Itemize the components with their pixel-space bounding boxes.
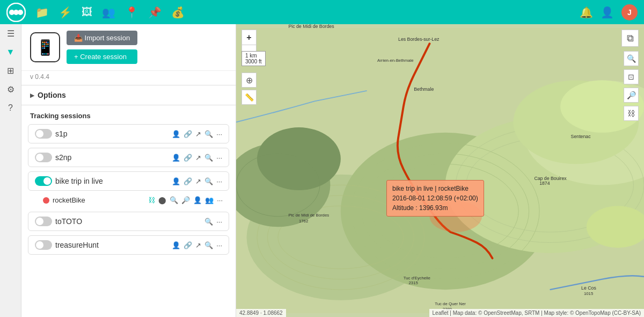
- top-navigation: 📁 ⚡ 🖼 👥 📍 📌 💰 🔔 👤 J: [0, 0, 644, 24]
- sidebar-menu-icon[interactable]: ☰: [7, 28, 14, 39]
- map-scale: 1 km 3000 ft: [241, 51, 266, 66]
- main-area: ☰ ▼ ⊞ ⚙ ? 📱 📥 Import session + Create se…: [0, 24, 644, 317]
- rocketbike-zoom-icon[interactable]: 🔍: [170, 196, 178, 204]
- rocketbike-more-icon[interactable]: ···: [217, 196, 223, 204]
- session-row: s2np 👤 🔗 ↗ 🔍 ···: [28, 148, 229, 167]
- session-name-bike-trip: bike trip in live: [55, 177, 169, 185]
- rocketbike-network-icon[interactable]: ⛓: [148, 196, 155, 204]
- sidebar-filter-icon[interactable]: ▼: [6, 47, 15, 57]
- nav-right-section: 🔔 👤 J: [580, 4, 638, 20]
- version-label: v 0.4.4: [21, 71, 236, 83]
- svg-text:1015: 1015: [584, 291, 593, 296]
- icon-sidebar: ☰ ▼ ⊞ ⚙ ?: [0, 24, 21, 317]
- svg-text:2315: 2315: [409, 280, 418, 285]
- nav-map-icon[interactable]: 📍: [125, 6, 138, 19]
- session-share-icon[interactable]: ↗: [195, 241, 201, 249]
- session-link-icon[interactable]: 🔗: [184, 177, 192, 185]
- user-icon[interactable]: 👤: [601, 6, 614, 19]
- svg-point-16: [466, 138, 634, 232]
- session-share-icon[interactable]: ↗: [195, 130, 201, 138]
- session-link-icon[interactable]: 🔗: [184, 241, 192, 249]
- session-search-icon[interactable]: 🔍: [204, 130, 213, 138]
- nav-files-icon[interactable]: 📁: [35, 6, 49, 19]
- nav-location-icon[interactable]: 📌: [148, 6, 162, 19]
- tooltip-date: 2016-08-01 12:08:59 (+02:00): [392, 193, 478, 203]
- rocketbike-person-icon[interactable]: 👤: [193, 196, 202, 204]
- create-session-button[interactable]: + Create session: [67, 49, 137, 64]
- session-toggle-bike-trip[interactable]: [35, 176, 52, 186]
- sub-row-rocketbike: rocketBike ⛓ ⬤ 🔍 🔎 👤 👥 ···: [28, 193, 229, 207]
- zoom-in-button[interactable]: +: [241, 30, 257, 45]
- options-section: ▶ Options: [21, 88, 236, 103]
- map-link-button[interactable]: ⛓: [624, 106, 639, 121]
- import-session-button[interactable]: 📥 Import session: [67, 31, 137, 45]
- rocketbike-group-icon[interactable]: 👥: [205, 196, 214, 204]
- map-background: Les Bordes-sur-Lez Arrien-en-Bethmale Be…: [236, 24, 644, 317]
- map-attribution: Leaflet | Map data: © OpenStreetMap, SRT…: [429, 309, 644, 317]
- tracking-sessions-title: Tracking sessions: [21, 107, 236, 122]
- map-tooltip: bike trip in live | rocketBike 2016-08-0…: [386, 180, 484, 217]
- svg-text:Bethmale: Bethmale: [414, 87, 434, 92]
- rocketbike-status-dot: [43, 197, 49, 204]
- session-detail-icon[interactable]: 👤: [172, 177, 180, 185]
- bell-icon[interactable]: 🔔: [580, 6, 593, 19]
- session-row-bike-trip: bike trip in live 👤 🔗 ↗ 🔍 ···: [28, 171, 229, 191]
- svg-text:Pic de Midi de Bordes: Pic de Midi de Bordes: [288, 24, 334, 29]
- svg-text:1762: 1762: [299, 219, 308, 224]
- avatar[interactable]: J: [621, 4, 638, 20]
- session-detail-icon[interactable]: 👤: [172, 130, 180, 138]
- session-toggle-tototo[interactable]: [35, 217, 52, 226]
- options-toggle[interactable]: ▶ Options: [30, 91, 227, 99]
- session-row-treasurehunt: treasureHunt 👤 🔗 ↗ 🔍 ···: [28, 235, 229, 255]
- session-more-icon[interactable]: ···: [216, 241, 222, 249]
- session-search-icon[interactable]: 🔍: [204, 241, 213, 249]
- zoom-fit-button[interactable]: ⊡: [624, 69, 639, 84]
- scale-km-label: 1 km: [245, 53, 262, 59]
- measure-button[interactable]: 📏: [241, 90, 257, 105]
- nav-activity-icon[interactable]: ⚡: [58, 6, 72, 19]
- session-detail-icon[interactable]: 👤: [172, 241, 180, 249]
- app-logo: [6, 3, 26, 22]
- session-link-icon[interactable]: 🔗: [184, 130, 192, 138]
- session-search-icon[interactable]: 🔍: [204, 218, 213, 226]
- session-toggle-s1p[interactable]: [35, 129, 52, 139]
- sessions-panel: 📱 📥 Import session + Create session v 0.…: [21, 24, 236, 317]
- rocketbike-name: rocketBike: [53, 196, 145, 204]
- session-more-icon[interactable]: ···: [216, 218, 222, 226]
- nav-photos-icon[interactable]: 🖼: [82, 6, 92, 18]
- session-share-icon[interactable]: ↗: [195, 177, 201, 185]
- session-toggle-s2np[interactable]: [35, 153, 52, 162]
- session-search-icon[interactable]: 🔍: [204, 177, 213, 185]
- svg-point-3: [18, 10, 23, 15]
- sidebar-gear-icon[interactable]: ⚙: [7, 84, 14, 95]
- svg-point-20: [513, 80, 639, 164]
- sidebar-grid-icon[interactable]: ⊞: [7, 66, 14, 76]
- tooltip-title: bike trip in live | rocketBike: [392, 184, 478, 193]
- session-more-icon[interactable]: ···: [216, 177, 222, 185]
- session-toggle-treasurehunt[interactable]: [35, 240, 52, 250]
- svg-point-15: [456, 127, 644, 242]
- session-search-icon[interactable]: 🔍: [204, 154, 213, 162]
- session-share-icon[interactable]: ↗: [195, 154, 201, 162]
- map-coordinates: 42.8849 · 1.08662: [236, 309, 286, 317]
- options-triangle-icon: ▶: [30, 92, 34, 98]
- rocketbike-dot-icon[interactable]: ⬤: [158, 196, 166, 204]
- map-area[interactable]: Les Bordes-sur-Lez Arrien-en-Bethmale Be…: [236, 24, 644, 317]
- session-more-icon[interactable]: ···: [216, 130, 222, 138]
- session-link-icon[interactable]: 🔗: [184, 154, 192, 162]
- zoom-out-right-button[interactable]: 🔎: [624, 88, 639, 103]
- svg-text:Les Bordes-sur-Lez: Les Bordes-sur-Lez: [398, 37, 440, 42]
- session-name-s1p: s1p: [55, 129, 169, 138]
- nav-contacts-icon[interactable]: 👥: [102, 6, 115, 19]
- svg-point-18: [257, 127, 341, 190]
- nav-money-icon[interactable]: 💰: [171, 6, 185, 19]
- svg-text:Pic de Midi de Bordes: Pic de Midi de Bordes: [288, 213, 329, 218]
- session-detail-icon[interactable]: 👤: [172, 154, 180, 162]
- zoom-in-right-button[interactable]: 🔍: [624, 51, 639, 66]
- rocketbike-search-icon[interactable]: 🔎: [181, 196, 190, 204]
- map-layers-button[interactable]: ⧉: [621, 30, 639, 47]
- sidebar-help-icon[interactable]: ?: [8, 103, 13, 113]
- locate-button[interactable]: ⊕: [241, 73, 257, 88]
- svg-text:Cap de Bouirex: Cap de Bouirex: [534, 176, 567, 181]
- session-more-icon[interactable]: ···: [216, 154, 222, 162]
